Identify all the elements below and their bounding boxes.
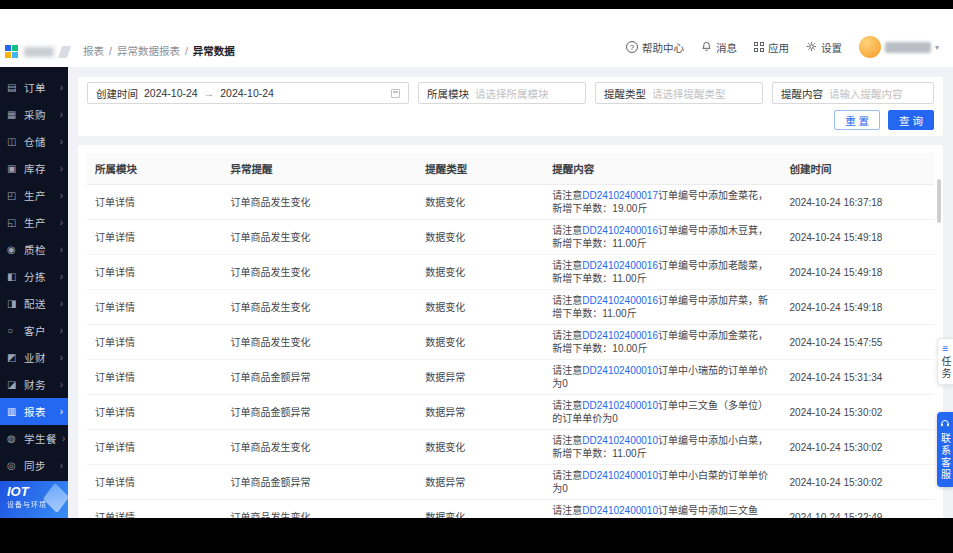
cell-type: 数据异常 <box>417 465 544 500</box>
order-number-link[interactable]: DD24102400017 <box>582 190 658 201</box>
cell-content: 请注意DD24102400010订单编号中添加三文鱼（多单位），新增下单数：1.… <box>544 500 781 519</box>
alert-content-label: 提醒内容 <box>781 86 823 101</box>
messages-button[interactable]: 消息 <box>701 40 737 55</box>
app-window: 报表 / 异常数据报表 / 异常数据 ? 帮助中心 消息 应用 设置 <box>0 9 953 518</box>
chevron-right-icon: › <box>60 136 63 147</box>
cell-content: 请注意DD24102400017订单编号中添加金菜花，新增下单数：19.00斤 <box>544 185 781 220</box>
sidebar-item-procurement[interactable]: ▦采购› <box>0 101 68 128</box>
sidebar-item-customers[interactable]: ○客户› <box>0 317 68 344</box>
table-row[interactable]: 订单详情 订单商品发生变化 数据变化 请注意DD24102400010订单编号中… <box>87 500 934 519</box>
order-number-link[interactable]: DD24102400016 <box>582 330 658 341</box>
table-row[interactable]: 订单详情 订单商品发生变化 数据变化 请注意DD24102400017订单编号中… <box>87 185 934 220</box>
table-scrollbar-thumb[interactable] <box>937 179 941 223</box>
breadcrumb-item-abnormal-report[interactable]: 异常数据报表 <box>117 43 180 58</box>
chevron-right-icon: › <box>60 163 63 174</box>
date-range-picker[interactable]: 创建时间 2024-10-24 → 2024-10-24 <box>87 82 409 104</box>
help-center-button[interactable]: ? 帮助中心 <box>626 40 684 55</box>
sidebar-item-warehousing[interactable]: ◫仓储› <box>0 128 68 155</box>
header-actions: ? 帮助中心 消息 应用 设置 ▾ <box>626 36 939 58</box>
chevron-right-icon: › <box>60 244 63 255</box>
table-row[interactable]: 订单详情 订单商品发生变化 数据变化 请注意DD24102400016订单编号中… <box>87 325 934 360</box>
alert-type-select[interactable]: 提醒类型 请选择提醒类型 <box>595 82 763 104</box>
sidebar-item-sorting[interactable]: ◧分拣› <box>0 263 68 290</box>
table-row[interactable]: 订单详情 订单商品金额异常 数据异常 请注意DD24102400010订单中小白… <box>87 465 934 500</box>
cell-time: 2024-10-24 15:30:02 <box>782 395 934 430</box>
task-drawer-tab[interactable]: ≡ 任务 <box>937 338 953 385</box>
module-select[interactable]: 所属模块 请选择所属模块 <box>418 82 586 104</box>
cell-alert: 订单商品金额异常 <box>223 465 418 500</box>
production-icon: ◰ <box>7 190 19 201</box>
sidebar-item-inventory[interactable]: ▣库存› <box>0 155 68 182</box>
cell-type: 数据变化 <box>417 500 544 519</box>
reports-icon: ▥ <box>7 406 19 417</box>
apps-button[interactable]: 应用 <box>754 40 789 55</box>
chevron-right-icon: › <box>60 298 63 309</box>
iot-banner[interactable]: IOT 设备与环境 <box>0 481 68 518</box>
sidebar-item-quality-inspection[interactable]: ◉质检› <box>0 236 68 263</box>
settings-button[interactable]: 设置 <box>806 40 842 55</box>
alert-content-placeholder: 请输入提醒内容 <box>829 86 903 101</box>
cell-module: 订单详情 <box>87 500 223 519</box>
order-number-link[interactable]: DD24102400010 <box>582 435 658 446</box>
customer-service-tab[interactable]: 联系客服 <box>937 412 953 487</box>
sorting-icon: ◧ <box>7 271 19 282</box>
sidebar-item-finance[interactable]: ◪财务› <box>0 371 68 398</box>
table-row[interactable]: 订单详情 订单商品发生变化 数据变化 请注意DD24102400010订单编号中… <box>87 430 934 465</box>
finance-icon: ◪ <box>7 379 19 390</box>
module-select-label: 所属模块 <box>427 86 469 101</box>
sidebar-item-production[interactable]: ◰生产› <box>0 182 68 209</box>
order-number-link[interactable]: DD24102400010 <box>582 365 658 376</box>
cell-type: 数据变化 <box>417 255 544 290</box>
order-number-link[interactable]: DD24102400016 <box>582 225 658 236</box>
cell-content: 请注意DD24102400010订单中小瑞茄的订单单价为0 <box>544 360 781 395</box>
order-number-link[interactable]: DD24102400010 <box>582 505 658 516</box>
cell-type: 数据异常 <box>417 395 544 430</box>
question-circle-icon: ? <box>626 41 638 53</box>
order-number-link[interactable]: DD24102400010 <box>582 400 658 411</box>
module-select-placeholder: 请选择所属模块 <box>475 86 549 101</box>
cell-content: 请注意DD24102400016订单编号中添加老酸菜，新增下单数：11.00斤 <box>544 255 781 290</box>
sidebar-item-orders[interactable]: ▤订单› <box>0 74 68 101</box>
user-avatar <box>859 36 881 58</box>
cell-type: 数据变化 <box>417 290 544 325</box>
customers-icon: ○ <box>7 325 19 336</box>
quality-inspection-icon: ◉ <box>7 244 19 255</box>
chevron-right-icon: › <box>62 433 65 444</box>
alert-content-input[interactable]: 提醒内容 请输入提醒内容 <box>772 82 934 104</box>
order-number-link[interactable]: DD24102400016 <box>582 260 658 271</box>
table-row[interactable]: 订单详情 订单商品发生变化 数据变化 请注意DD24102400016订单编号中… <box>87 220 934 255</box>
calendar-icon <box>391 89 400 98</box>
help-center-label: 帮助中心 <box>642 40 684 55</box>
col-time: 创建时间 <box>782 153 934 185</box>
order-number-link[interactable]: DD24102400010 <box>582 470 658 481</box>
cell-alert: 订单商品发生变化 <box>223 255 418 290</box>
order-number-link[interactable]: DD24102400016 <box>582 295 658 306</box>
delivery-icon: ◨ <box>7 298 19 309</box>
sidebar-item-business-finance[interactable]: ◩业财› <box>0 344 68 371</box>
sidebar-item-production-2[interactable]: ◱生产› <box>0 209 68 236</box>
logo-text-blurred <box>24 47 54 57</box>
table-row[interactable]: 订单详情 订单商品金额异常 数据异常 请注意DD24102400010订单中小瑞… <box>87 360 934 395</box>
user-menu[interactable]: ▾ <box>859 36 939 58</box>
cell-alert: 订单商品金额异常 <box>223 360 418 395</box>
sidebar-item-reports[interactable]: ▥报表› <box>0 398 68 425</box>
sidebar-item-student-meals[interactable]: ◍学生餐› <box>0 425 68 452</box>
sidebar-item-sync[interactable]: ◎同步› <box>0 452 68 479</box>
reset-button[interactable]: 重 置 <box>834 110 880 130</box>
date-range-label: 创建时间 <box>96 86 138 101</box>
sidebar-item-delivery[interactable]: ◨配送› <box>0 290 68 317</box>
table-row[interactable]: 订单详情 订单商品发生变化 数据变化 请注意DD24102400016订单编号中… <box>87 255 934 290</box>
user-name-blurred <box>885 42 931 53</box>
query-button[interactable]: 查 询 <box>888 110 934 130</box>
table-row[interactable]: 订单详情 订单商品金额异常 数据异常 请注意DD24102400010订单中三文… <box>87 395 934 430</box>
cell-module: 订单详情 <box>87 255 223 290</box>
cell-module: 订单详情 <box>87 395 223 430</box>
cell-module: 订单详情 <box>87 185 223 220</box>
cell-module: 订单详情 <box>87 360 223 395</box>
cell-type: 数据变化 <box>417 185 544 220</box>
breadcrumb-item-reports[interactable]: 报表 <box>83 43 104 58</box>
date-start-value: 2024-10-24 <box>144 87 198 99</box>
table-row[interactable]: 订单详情 订单商品发生变化 数据变化 请注意DD24102400016订单编号中… <box>87 290 934 325</box>
results-table-panel: 所属模块 异常提醒 提醒类型 提醒内容 创建时间 订单详情 订单商品发生变化 数… <box>78 145 943 518</box>
breadcrumb: 报表 / 异常数据报表 / 异常数据 <box>83 43 235 58</box>
